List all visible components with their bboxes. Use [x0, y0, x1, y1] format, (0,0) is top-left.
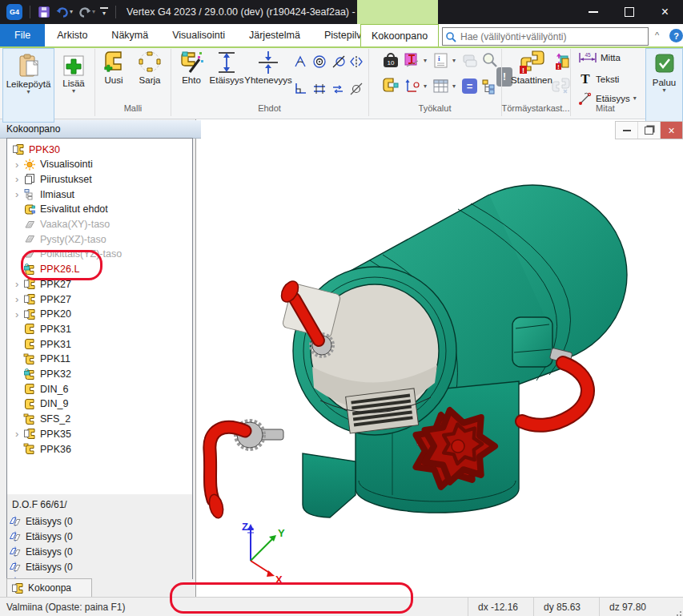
- tree-item[interactable]: › Visualisointi: [7, 157, 192, 172]
- tree-item[interactable]: PPK31: [7, 321, 192, 336]
- fix-condition-button[interactable]: [349, 82, 364, 99]
- perpendicular-condition-button[interactable]: [293, 82, 307, 99]
- doc-close-button[interactable]: ×: [660, 122, 682, 139]
- 3d-model-view[interactable]: Z Y X: [192, 119, 683, 597]
- search-input[interactable]: [459, 30, 648, 43]
- customize-toolbar-button[interactable]: ▾: [100, 7, 108, 17]
- structure-tool-button[interactable]: [481, 79, 497, 97]
- chevron-down-icon[interactable]: ▾: [92, 9, 95, 15]
- tab-nakyma[interactable]: Näkymä: [99, 24, 160, 46]
- concentric-condition-button[interactable]: [312, 54, 327, 71]
- weight-tool-button[interactable]: 10: [382, 51, 400, 71]
- panel-title: Kokoonpano: [0, 120, 201, 139]
- distance-condition-button[interactable]: Etäisyys: [207, 50, 247, 85]
- undo-button[interactable]: ▾: [55, 6, 73, 18]
- profile-tool-button[interactable]: ▾: [404, 53, 427, 69]
- tree-item[interactable]: DIN_6: [7, 381, 192, 397]
- tree-item[interactable]: › PPK27: [7, 276, 192, 292]
- redo-button[interactable]: ▾: [78, 6, 95, 18]
- tab-file[interactable]: File: [0, 24, 45, 46]
- tree-item[interactable]: DIN_9: [7, 397, 192, 412]
- constraint-item[interactable]: Etäisyys (0: [9, 561, 73, 573]
- chevron-right-icon[interactable]: ›: [15, 428, 23, 440]
- windows-tool-button[interactable]: [462, 53, 478, 71]
- doc-minimize-button[interactable]: [616, 122, 637, 139]
- text-button[interactable]: T Teksti: [578, 71, 619, 87]
- new-button[interactable]: Uusi: [98, 50, 130, 85]
- clamp-tool-button[interactable]: [382, 77, 400, 97]
- dimension-button[interactable]: 45 Mitta: [578, 51, 621, 64]
- return-button[interactable]: Paluu ▾: [645, 48, 683, 123]
- tab-visualisointi[interactable]: Visualisointi: [160, 24, 237, 46]
- tree-item[interactable]: Poikittais(YZ)-taso: [7, 247, 192, 262]
- status-dz: dz 97.80: [599, 598, 673, 616]
- collapse-ribbon-button[interactable]: ^: [655, 30, 659, 40]
- chevron-right-icon[interactable]: ›: [15, 173, 23, 185]
- close-button[interactable]: ×: [647, 0, 683, 24]
- parallel-condition-button[interactable]: [331, 82, 346, 99]
- save-button[interactable]: [38, 6, 50, 18]
- tree-item[interactable]: › Piirustukset: [7, 171, 192, 187]
- tree-item[interactable]: › PPK20: [7, 307, 192, 322]
- tree-item[interactable]: Vaaka(XY)-taso: [7, 217, 192, 232]
- chevron-down-icon[interactable]: ▾: [424, 83, 427, 90]
- tangent-condition-button[interactable]: [331, 54, 346, 71]
- chevron-right-icon[interactable]: ›: [15, 278, 23, 290]
- coincidence-button[interactable]: Yhtenevyys: [245, 50, 291, 85]
- tab-arkisto[interactable]: Arkisto: [45, 24, 99, 46]
- tree-item[interactable]: Esivalitut ehdot: [7, 202, 192, 217]
- symmetry-icon: [349, 54, 364, 69]
- chevron-right-icon[interactable]: ›: [15, 293, 23, 305]
- table-tool-button[interactable]: ▾: [433, 79, 456, 95]
- dof-pane[interactable]: D.O.F 66/61/ Etäisyys (0 Etäisyys (0 Etä…: [6, 494, 193, 579]
- tree-item[interactable]: PPK11: [7, 352, 192, 367]
- chevron-down-icon[interactable]: ▾: [452, 83, 456, 90]
- tree-item[interactable]: › PPK27: [7, 292, 192, 307]
- info-tool-button[interactable]: i ▾: [433, 53, 456, 69]
- chevron-down-icon[interactable]: ▾: [452, 58, 456, 64]
- tree-item[interactable]: PPK32: [7, 367, 192, 382]
- tab-jarjestelma[interactable]: Järjestelmä: [237, 24, 312, 46]
- equal-distance-condition-button[interactable]: [312, 82, 327, 99]
- chevron-down-icon[interactable]: ▾: [424, 58, 427, 64]
- constraint-item[interactable]: Etäisyys (0: [9, 546, 73, 558]
- static-collision-button[interactable]: ! Staattinen: [508, 50, 556, 85]
- dynamic-collision-button[interactable]: !: [551, 53, 570, 73]
- constraint-item[interactable]: Etäisyys (0: [9, 515, 73, 527]
- clipboard-button[interactable]: Leikepöytä ▾: [2, 48, 54, 123]
- collision-pair-button[interactable]: [551, 77, 570, 97]
- search-box[interactable]: [442, 27, 649, 46]
- chevron-right-icon[interactable]: ›: [15, 188, 23, 200]
- maximize-button[interactable]: [611, 0, 647, 24]
- chevron-down-icon[interactable]: ▾: [70, 9, 73, 15]
- windows-icon: [462, 53, 478, 69]
- chevron-right-icon[interactable]: ›: [15, 159, 23, 171]
- minimize-button[interactable]: [575, 0, 611, 24]
- tree-item[interactable]: PPK31: [7, 336, 192, 352]
- condition-button[interactable]: Ehto: [176, 50, 207, 85]
- tree-item-ppk26[interactable]: PPK26.L: [7, 262, 192, 277]
- series-button[interactable]: Sarja: [133, 50, 167, 85]
- tree-item[interactable]: › PPK35: [7, 426, 192, 441]
- help-button[interactable]: ?: [669, 29, 683, 42]
- tree-item[interactable]: › Ilmiasut: [7, 187, 192, 202]
- add-button[interactable]: Lisää ▾: [56, 48, 91, 121]
- chevron-down-icon[interactable]: ▾: [633, 95, 637, 102]
- tree-item-root[interactable]: PPK30: [7, 142, 192, 157]
- symmetry-condition-button[interactable]: [349, 54, 364, 71]
- constraint-item[interactable]: Etäisyys (0: [9, 530, 73, 542]
- tree-item[interactable]: SFS_2: [7, 412, 192, 427]
- assembly-tree[interactable]: PPK30 › Visualisointi › Piirustukset › I…: [6, 138, 193, 496]
- chevron-right-icon[interactable]: ›: [15, 308, 23, 320]
- tree-item[interactable]: Pysty(XZ)-taso: [7, 232, 192, 247]
- doc-restore-button[interactable]: [637, 122, 660, 139]
- panel-bottom-tab[interactable]: Kokoonpa: [6, 578, 92, 598]
- angle-condition-button[interactable]: [293, 54, 307, 71]
- distance-constraint-icon: [9, 530, 22, 542]
- tab-kokoonpano-active[interactable]: Kokoonpano: [360, 24, 439, 46]
- equals-tool-button[interactable]: =: [462, 79, 477, 94]
- clipboard-icon: [17, 54, 41, 79]
- resize-grip[interactable]: [673, 597, 683, 616]
- axis-tool-button[interactable]: ▾: [404, 79, 427, 95]
- tree-item[interactable]: PPK36: [7, 441, 192, 457]
